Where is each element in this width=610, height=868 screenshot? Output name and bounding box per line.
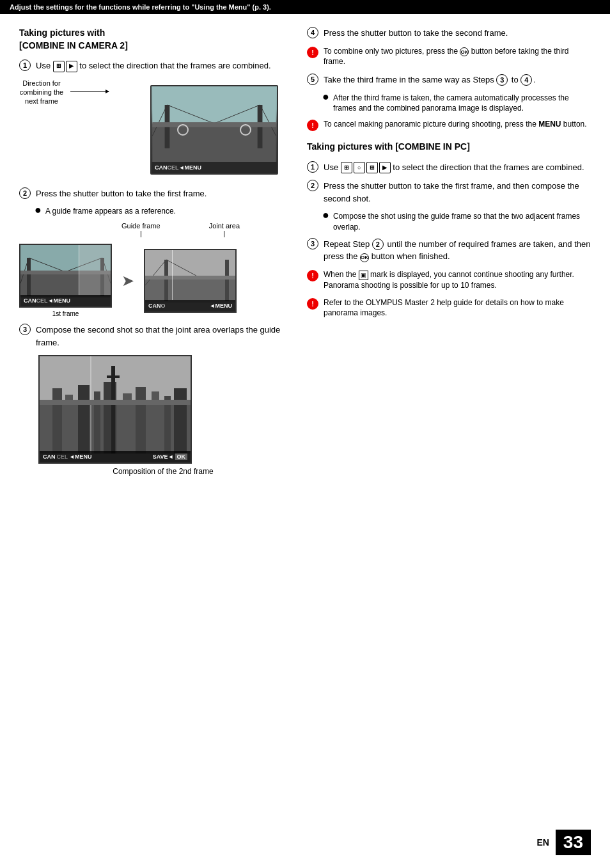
svg-rect-24: [145, 276, 235, 280]
frame2-container: CAN O ◄MENU: [144, 249, 237, 313]
step3-num: 3: [19, 324, 31, 335]
comp-cancel-area: CAN CEL ◄MENU: [43, 454, 91, 460]
svg-rect-37: [111, 366, 115, 454]
joint-shade: [79, 245, 111, 295]
bullet-dot3: ●: [322, 209, 329, 221]
direction-icons: ⊞ ▶: [53, 61, 77, 72]
info-text2: To cancel making panoramic picture durin…: [324, 119, 587, 130]
header-text: Adjust the settings for the functions wh…: [10, 3, 271, 11]
joint-area-line: [224, 231, 224, 237]
info-block2: ! To cancel making panoramic picture dur…: [307, 119, 591, 131]
right-step4: 4 Press the shutter button to take the s…: [307, 27, 591, 40]
frame2-svg: [145, 250, 235, 303]
right-step5: 5 Take the third frame in the same way a…: [307, 74, 591, 86]
comp-svg: [40, 356, 192, 454]
comp-cancel-text: CAN: [43, 454, 56, 460]
pc-step2-num: 2: [307, 180, 318, 191]
guide-labels-row: Guide frame Joint area: [22, 222, 240, 237]
arrow-menu: ◄MENU: [179, 164, 201, 171]
left-section-title: Taking pictures with [COMBINE IN CAMERA …: [19, 27, 288, 52]
page-content: Taking pictures with [COMBINE IN CAMERA …: [0, 14, 610, 514]
frame2-inner: [145, 250, 235, 300]
frame2-box: CAN O ◄MENU: [144, 249, 237, 313]
joint-area-label-container: Joint area: [209, 222, 240, 237]
en-label: EN: [536, 837, 549, 848]
pc-step1-num: 1: [307, 161, 318, 173]
pc-step3-ref: 2: [372, 239, 384, 250]
direction-label: Direction for combining the next frame: [19, 79, 64, 106]
guide-frame-line: [141, 231, 141, 237]
guide-frame-label-text: Guide frame: [121, 222, 160, 230]
frame1-label: 1st frame: [19, 310, 112, 317]
pc-icon2: ○: [354, 162, 365, 173]
info-icon3: !: [307, 270, 318, 281]
pc-step3: 3 Repeat Step 2 until the number of requ…: [307, 238, 591, 263]
screen-circles: [177, 124, 251, 136]
frame2-cel: O: [161, 303, 166, 309]
pc-step2-bullet: ● Compose the shot using the guide frame…: [322, 211, 591, 233]
joint-area-label-text: Joint area: [209, 222, 240, 230]
screen-bottom-bar: CAN CEL ◄MENU: [152, 162, 277, 173]
svg-rect-21: [225, 260, 229, 301]
comp-ok-btn: OK: [175, 454, 188, 460]
svg-rect-11: [27, 258, 31, 296]
guide-line-frame2: [172, 250, 173, 300]
comp-inner: [40, 356, 191, 451]
svg-rect-36: [174, 388, 187, 454]
ok-icon1: OK: [460, 47, 469, 56]
frame2-bottom-bar: CAN O ◄MENU: [145, 300, 235, 312]
pc-icon1: ⊞: [341, 162, 352, 173]
pc-icon3: ⊞: [366, 162, 378, 173]
frame1-box: CAN CEL ◄MENU: [19, 244, 112, 308]
step5-text: Take the third frame in the same way as …: [324, 74, 536, 86]
svg-rect-29: [78, 385, 90, 454]
svg-rect-33: [136, 387, 146, 454]
step2-num: 2: [19, 187, 31, 199]
step2-bullet: ● A guide frame appears as a reference.: [35, 206, 288, 217]
comp-screen: CAN CEL ◄MENU SAVE◄ OK: [38, 355, 192, 464]
icon-btn-grid: ⊞: [53, 61, 65, 72]
guide-frame-label-container: Guide frame: [121, 222, 160, 237]
ok-icon2: OK: [360, 253, 369, 262]
info-icon1: !: [307, 47, 318, 58]
left-column: Taking pictures with [COMBINE IN CAMERA …: [19, 27, 288, 476]
circle-left: [177, 124, 189, 136]
comp-menu: ◄MENU: [69, 454, 91, 460]
circle-right: [240, 124, 251, 136]
step4-text: Press the shutter button to take the sec…: [324, 27, 508, 40]
left-step3: 3 Compose the second shot so that the jo…: [19, 324, 288, 349]
left-step2: 2 Press the shutter button to take the f…: [19, 187, 288, 200]
ref4: 4: [520, 74, 532, 86]
step5-bullet-text: After the third frame is taken, the came…: [333, 93, 591, 114]
info-block1: ! To combine only two pictures, press th…: [307, 46, 591, 68]
pc-section-title: Taking pictures with [COMBINE IN PC]: [307, 141, 591, 154]
frames-arrow: ➤: [121, 272, 134, 290]
header-bar: Adjust the settings for the functions wh…: [0, 0, 610, 14]
pc-icon4: ▶: [379, 162, 391, 173]
pc-step3-num: 3: [307, 238, 318, 249]
menu-bold: MENU: [538, 120, 561, 129]
direction-arrow-area: Direction for combining the next frame: [19, 79, 288, 178]
svg-rect-19: [145, 276, 235, 303]
svg-rect-27: [52, 388, 62, 454]
step5-num: 5: [307, 74, 318, 85]
cancel-text: CAN: [155, 164, 168, 171]
frame2-cancel: CAN: [148, 303, 161, 309]
camera-screen-main: CAN CEL ◄MENU: [150, 85, 278, 175]
bullet-dot1: ●: [35, 204, 42, 216]
frame1-cel: CEL: [36, 297, 48, 304]
info-text4: Refer to the OLYMPUS Master 2 help guide…: [324, 297, 591, 319]
info-block4: ! Refer to the OLYMPUS Master 2 help gui…: [307, 297, 591, 319]
svg-rect-38: [107, 375, 120, 378]
comp-save-right: SAVE◄ OK: [153, 454, 187, 460]
right-column: 4 Press the shutter button to take the s…: [307, 27, 591, 476]
pc-step3-text: Repeat Step 2 until the number of requir…: [324, 238, 591, 263]
step4-num: 4: [307, 27, 318, 38]
comp-screen-container: CAN CEL ◄MENU SAVE◄ OK: [19, 355, 288, 464]
pc-step2-bullet-text: Compose the shot using the guide frame s…: [333, 211, 591, 233]
page-footer: EN 33: [536, 830, 591, 855]
pc-direction-icons: ⊞ ○ ⊞ ▶: [341, 162, 391, 173]
step2-text: Press the shutter button to take the fir…: [36, 187, 207, 200]
svg-rect-20: [164, 260, 168, 301]
step2-bullet-text: A guide frame appears as a reference.: [45, 206, 176, 217]
